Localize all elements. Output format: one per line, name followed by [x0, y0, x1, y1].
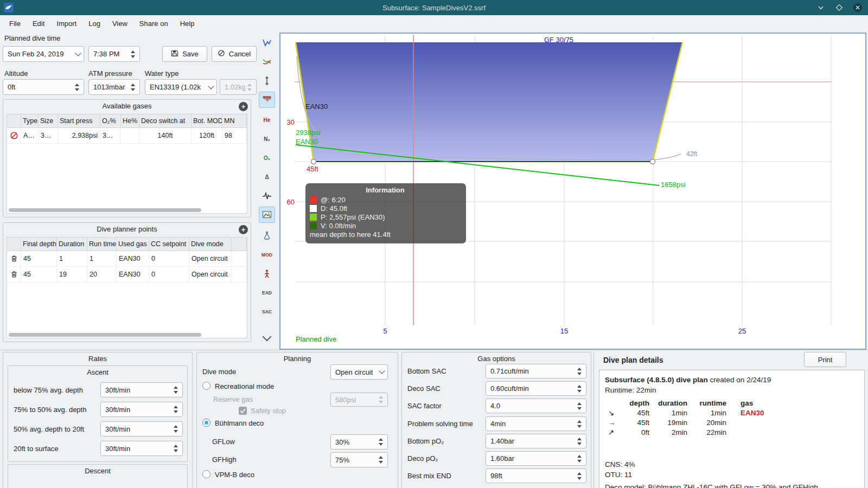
save-icon [171, 49, 178, 59]
buhlmann-deco-radio[interactable] [202, 419, 210, 427]
spin-arrows-icon[interactable] [171, 445, 182, 452]
mod-icon[interactable]: MOD [259, 247, 275, 263]
maximize-button[interactable] [834, 3, 844, 12]
menu-share-on[interactable]: Share on [133, 17, 174, 30]
spin-arrows-icon[interactable] [575, 438, 586, 445]
dive-plan-details: Subsurface (4.8.5.0) dive plan created o… [599, 370, 865, 488]
heart-rate-icon[interactable] [259, 188, 275, 204]
dive-point-handle[interactable] [311, 159, 316, 164]
spin-arrows-icon[interactable] [575, 455, 586, 463]
points-table-row[interactable]: 45 19 20 EAN30 0 Open circuit [7, 267, 247, 282]
gfhigh-spinner[interactable]: 75% [330, 452, 388, 467]
scale-icon[interactable] [259, 73, 275, 89]
ceiling-icon[interactable] [259, 92, 275, 108]
dive-planner-points-title: Dive planner points [3, 225, 251, 233]
spin-arrows-icon[interactable] [129, 84, 139, 91]
gflow-spinner[interactable]: 30% [330, 434, 388, 450]
ascent-rate-1-spinner[interactable]: 30ft/min [100, 382, 183, 397]
menu-log[interactable]: Log [82, 17, 106, 30]
water-type-select[interactable]: EN13319 (1.02k [145, 79, 217, 95]
print-button[interactable]: Print [804, 352, 846, 367]
partial-pressure-graph-icon[interactable] [259, 54, 275, 70]
recreational-mode-radio[interactable] [202, 382, 210, 390]
sac-factor-spinner[interactable]: 4.0 [486, 399, 586, 413]
time-tick-15: 15 [560, 327, 568, 335]
vpmb-deco-radio[interactable] [202, 470, 210, 478]
dive-profile-chart[interactable]: GF 30/75 30 60 5 15 25 Planned dive EAN3… [279, 33, 866, 350]
bottom-po2-spinner[interactable]: 1.40bar [486, 434, 586, 448]
menu-view[interactable]: View [106, 17, 133, 30]
spin-arrows-icon[interactable] [73, 84, 84, 91]
spin-arrows-icon[interactable] [129, 50, 139, 58]
save-button[interactable]: Save [162, 46, 207, 62]
menu-edit[interactable]: Edit [27, 17, 50, 30]
gf-label: GF 30/75 [544, 36, 573, 44]
chevron-down-icon [73, 53, 84, 55]
dive-mode-label: Dive mode [202, 368, 236, 376]
delete-point-icon[interactable] [7, 267, 21, 282]
gases-horizontal-scrollbar[interactable] [9, 208, 201, 212]
nitrogen-graph-icon[interactable]: N₂ [259, 131, 275, 147]
ascent-rate-2-label: 75% to 50% avg. depth [14, 406, 86, 414]
delta-icon[interactable]: Δ [259, 169, 275, 185]
bottom-splitter[interactable] [0, 350, 868, 350]
spin-arrows-icon[interactable] [575, 420, 586, 428]
spin-arrows-icon[interactable] [171, 386, 182, 394]
dive-mode-select[interactable]: Open circuit [330, 364, 388, 380]
sac-icon[interactable]: SAC [259, 304, 275, 320]
tissues-icon[interactable] [259, 228, 275, 244]
points-horizontal-scrollbar[interactable] [9, 333, 201, 337]
ascent-rate-4-spinner[interactable]: 30ft/min [100, 441, 183, 456]
cancel-button[interactable]: Cancel [212, 46, 257, 62]
spin-arrows-icon[interactable] [575, 385, 586, 393]
dive-time-spinner[interactable]: 7:38 PM [88, 46, 140, 62]
spin-arrows-icon[interactable] [171, 425, 182, 433]
spin-arrows-icon[interactable] [376, 456, 387, 464]
spin-arrows-icon[interactable] [575, 402, 586, 410]
ascent-rate-3-spinner[interactable]: 30ft/min [100, 421, 183, 436]
available-gases-table: Type Size Start press O₂% He% Deco switc… [7, 114, 247, 214]
remove-gas-icon[interactable] [7, 128, 21, 144]
spin-arrows-icon[interactable] [376, 438, 387, 446]
ascent-rate-2-spinner[interactable]: 30ft/min [100, 402, 183, 417]
points-table-row[interactable]: 45 1 1 EAN30 0 Open circuit [7, 251, 247, 267]
start-pressure-label: 2938psi [296, 129, 321, 137]
add-gas-button[interactable]: + [239, 102, 248, 111]
chevron-down-icon [206, 86, 216, 88]
delete-point-icon[interactable] [7, 251, 21, 267]
ascent-rate-1-label: below 75% avg. depth [14, 386, 83, 394]
ndl-icon[interactable] [259, 266, 275, 282]
helium-graph-icon[interactable]: He [259, 112, 275, 128]
deco-sac-spinner[interactable]: 0.60cuft/min [486, 381, 586, 396]
details-splitter[interactable] [593, 351, 594, 488]
oxygen-graph-icon[interactable]: O₂ [259, 150, 275, 166]
menu-help[interactable]: Help [174, 17, 201, 30]
minimize-button[interactable] [816, 3, 826, 12]
best-mix-end-spinner[interactable]: 98ft [486, 468, 586, 483]
reserve-gas-label: Reserve gas [213, 395, 253, 403]
titlebar: Subsurface: SampleDivesV2.ssrf [0, 0, 868, 15]
ascent-rate-4-label: 20ft to surface [14, 445, 58, 453]
spin-arrows-icon[interactable] [575, 472, 586, 480]
gases-table-row[interactable]: A… 3… 2,938psi 3… 140ft 120ft 98 [7, 128, 247, 144]
deco-po2-spinner[interactable]: 1.60bar [486, 451, 586, 466]
atm-pressure-spinner[interactable]: 1013mbar [88, 79, 140, 95]
spin-arrows-icon[interactable] [575, 368, 586, 375]
bottom-sac-spinner[interactable]: 0.71cuft/min [486, 364, 586, 378]
add-point-button[interactable]: + [239, 225, 248, 234]
menu-file[interactable]: File [3, 17, 27, 30]
ead-icon[interactable]: EAD [259, 285, 275, 301]
toolbar-collapse-chevron-icon[interactable] [259, 330, 275, 346]
best-mix-end-label: Best mix END [407, 472, 451, 480]
problem-solving-time-spinner[interactable]: 4min [486, 416, 586, 431]
plan-otu-line: OTU: 11 [605, 470, 859, 480]
photos-icon[interactable] [259, 207, 275, 223]
spin-arrows-icon[interactable] [171, 406, 182, 413]
menu-import[interactable]: Import [50, 17, 82, 30]
altitude-spinner[interactable]: 0ft [3, 79, 84, 95]
dive-point-handle[interactable] [650, 159, 655, 164]
close-button[interactable] [853, 3, 863, 12]
sac-factor-label: SAC factor [407, 402, 442, 410]
profile-graph-icon[interactable] [259, 35, 275, 51]
dive-date-select[interactable]: Sun Feb 24, 2019 [3, 46, 84, 62]
